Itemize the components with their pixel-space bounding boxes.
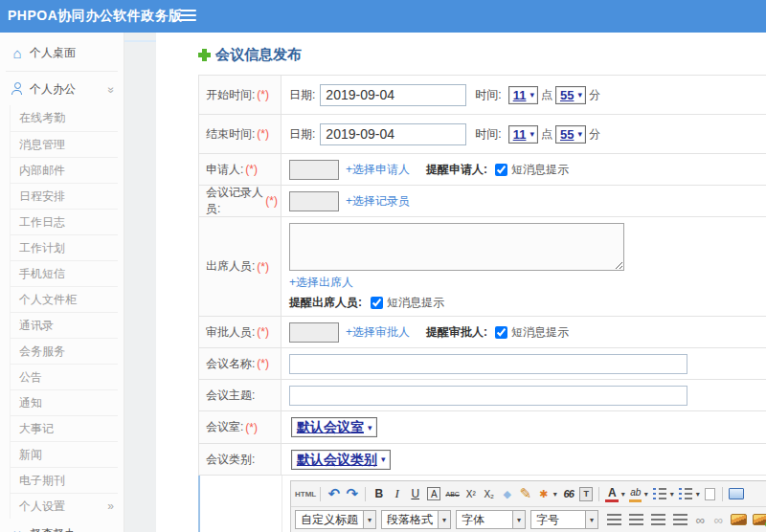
subscript-icon[interactable]: X₂	[480, 484, 498, 503]
align-left-icon[interactable]	[607, 514, 621, 525]
new-page-icon[interactable]	[705, 488, 715, 500]
content-gap	[124, 33, 156, 532]
sidebar: ⌂ 个人桌面 个人办公 » 在线考勤 消息管理 内部邮件 日程安排 工作日志 工…	[0, 33, 124, 532]
required-mark: (*)	[265, 194, 278, 208]
align-right-icon[interactable]	[651, 514, 665, 525]
font-color-icon[interactable]: A	[605, 486, 619, 502]
italic-icon[interactable]: I	[388, 484, 406, 503]
image-upload-icon[interactable]	[753, 514, 766, 525]
fullscreen-icon[interactable]	[729, 488, 744, 499]
sidebar-item-internal-mail[interactable]: 内部邮件	[11, 157, 118, 183]
sidebar-item-notice[interactable]: 通知	[11, 389, 118, 415]
paragraph-format-select[interactable]: 段落格式▾	[381, 510, 451, 529]
sidebar-item-label: 日程安排	[19, 189, 65, 203]
sidebar-item-label: 大事记	[19, 422, 54, 435]
sidebar-item-personal-cabinet[interactable]: 个人文件柜	[11, 286, 118, 312]
date-label: 日期:	[289, 126, 315, 143]
link-icon[interactable]: ∞	[691, 510, 710, 529]
hamburger-menu-icon[interactable]	[180, 10, 196, 24]
font-size-select[interactable]: 字号▾	[530, 510, 598, 529]
blockquote-icon[interactable]: 66	[559, 484, 577, 503]
heading-style-select[interactable]: 自定义标题▾	[295, 510, 376, 529]
sidebar-item-label: 在线考勤	[19, 111, 65, 124]
sidebar-item-personal-office[interactable]: 个人办公 »	[0, 74, 124, 105]
sidebar-item-online-attendance[interactable]: 在线考勤	[11, 105, 118, 131]
start-date-input[interactable]	[320, 84, 466, 106]
undo-icon[interactable]: ↶	[325, 484, 343, 503]
sidebar-item-label: 内部邮件	[19, 164, 65, 177]
sidebar-item-memorabilia[interactable]: 大事记	[11, 415, 118, 441]
sidebar-item-personal-settings[interactable]: 个人设置 »	[10, 493, 118, 519]
select-approver-link[interactable]: +选择审批人	[346, 324, 410, 341]
highlight-icon[interactable]: ab	[629, 486, 642, 502]
align-justify-icon[interactable]	[673, 514, 687, 525]
approver-input[interactable]	[289, 322, 339, 343]
approver-sms-checkbox[interactable]	[495, 326, 507, 339]
format-brush-icon[interactable]: ✎	[516, 484, 534, 503]
select-attendees-link[interactable]: +选择出席人	[289, 276, 353, 289]
sidebar-item-personal-desktop[interactable]: ⌂ 个人桌面	[0, 37, 124, 69]
font-style-icon[interactable]: A	[427, 487, 440, 500]
sidebar-item-work-plan[interactable]: 工作计划	[11, 234, 118, 260]
meeting-category-select[interactable]: 默认会议类别▾	[291, 450, 391, 470]
end-minute-select[interactable]: 55▾	[555, 125, 586, 144]
highlight-caret[interactable]: ▾	[642, 484, 650, 503]
unordered-list-caret[interactable]: ▾	[693, 484, 702, 503]
unlink-icon[interactable]: ∞	[710, 510, 728, 529]
attendees-sms-checkbox[interactable]	[371, 297, 383, 309]
meeting-name-input[interactable]	[289, 354, 687, 374]
sidebar-item-label: 公告	[19, 370, 42, 384]
end-date-input[interactable]	[320, 123, 466, 145]
html-source-button[interactable]: HTML	[295, 484, 316, 503]
sidebar-item-contacts[interactable]: 通讯录	[11, 312, 118, 338]
sidebar-item-label: 个人文件柜	[19, 293, 77, 306]
sidebar-item-announcement[interactable]: 公告	[11, 364, 118, 389]
chevron-down-icon: ▾	[363, 511, 375, 528]
applicant-sms-checkbox[interactable]	[495, 164, 507, 176]
strikethrough-icon[interactable]: ABC	[443, 484, 462, 503]
meeting-subject-input[interactable]	[289, 386, 687, 406]
required-mark: (*)	[245, 421, 258, 434]
field-label: 会议室:	[206, 419, 243, 435]
sidebar-item-label: 个人桌面	[30, 45, 115, 61]
form-row-attendees: 出席人员: (*) +选择出席人 提醒出席人员: 短消息提示	[199, 217, 766, 317]
recorder-input[interactable]	[289, 191, 339, 211]
page-title-text: 会议信息发布	[215, 46, 302, 64]
start-hour-select[interactable]: 11▾	[508, 86, 538, 104]
sidebar-item-schedule[interactable]: 日程安排	[11, 183, 118, 209]
ordered-list-caret[interactable]: ▾	[667, 484, 676, 503]
remind-attendees-label: 提醒出席人员:	[289, 295, 362, 311]
ordered-list-icon[interactable]	[653, 488, 666, 499]
select-recorder-link[interactable]: +选择记录员	[346, 193, 410, 210]
toolbar-separator	[320, 487, 321, 501]
sidebar-item-message-management[interactable]: 消息管理	[11, 131, 118, 157]
bold-icon[interactable]: B	[370, 484, 388, 503]
end-hour-select[interactable]: 11▾	[508, 125, 538, 144]
applicant-input[interactable]	[289, 160, 339, 180]
chevron-down-icon: ▾	[585, 511, 597, 528]
underline-icon[interactable]: U	[406, 484, 424, 503]
attendees-textarea[interactable]	[289, 223, 624, 271]
start-minute-select[interactable]: 55▾	[555, 86, 586, 104]
quick-format-caret[interactable]: ▾	[551, 484, 559, 503]
redo-icon[interactable]: ↷	[343, 484, 361, 503]
sidebar-item-supervision[interactable]: × 督查督办 »	[0, 519, 124, 532]
sidebar-item-news[interactable]: 新闻	[11, 441, 118, 467]
select-applicant-link[interactable]: +选择申请人	[346, 162, 410, 178]
field-label: 审批人员:	[206, 324, 255, 341]
superscript-icon[interactable]: X²	[462, 484, 480, 503]
required-mark: (*)	[257, 325, 269, 339]
meeting-room-select[interactable]: 默认会议室▾	[291, 417, 377, 437]
field-label: 申请人:	[206, 162, 243, 178]
image-icon[interactable]	[731, 514, 747, 525]
sidebar-item-mobile-sms[interactable]: 手机短信	[11, 260, 118, 286]
eraser-icon[interactable]: ◆	[498, 484, 516, 503]
font-color-caret[interactable]: ▾	[619, 484, 627, 503]
font-family-select[interactable]: 字体▾	[456, 510, 526, 529]
align-center-icon[interactable]	[629, 514, 643, 525]
sidebar-item-e-journal[interactable]: 电子期刊	[11, 467, 118, 493]
sidebar-item-meeting-service[interactable]: 会务服务	[11, 338, 118, 364]
unordered-list-icon[interactable]	[679, 488, 692, 499]
paste-icon[interactable]: T	[579, 487, 593, 501]
sidebar-item-work-log[interactable]: 工作日志	[11, 209, 118, 234]
